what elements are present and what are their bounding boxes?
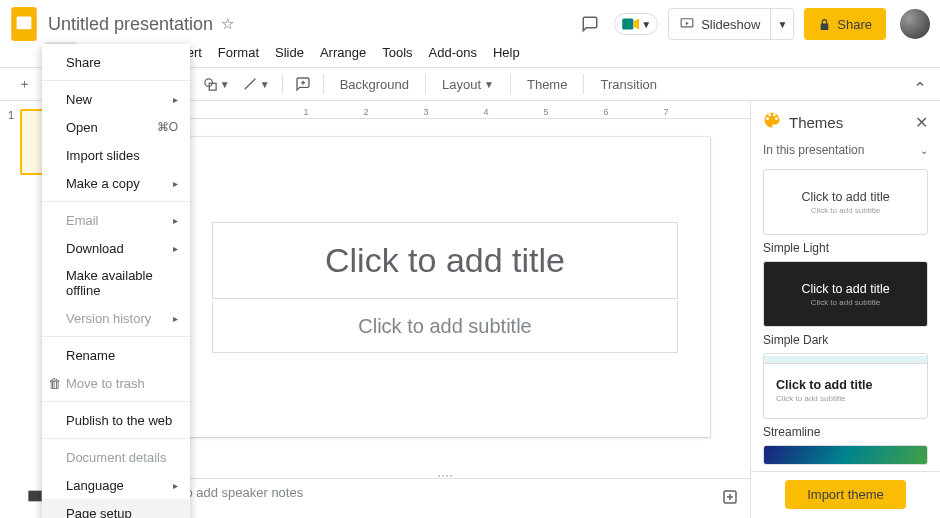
file-menu-item[interactable]: Language▸	[42, 471, 190, 499]
menu-item-label: Share	[66, 55, 101, 70]
menu-item-label: Version history	[66, 311, 151, 326]
transition-button[interactable]: Transition	[592, 72, 665, 96]
menu-item-label: Page setup	[66, 506, 132, 519]
shape-tool[interactable]: ▼	[199, 72, 234, 96]
menu-addons[interactable]: Add-ons	[423, 42, 483, 63]
theme-button[interactable]: Theme	[519, 72, 575, 96]
file-dropdown-menu: ShareNew▸Open⌘OImport slidesMake a copy▸…	[42, 44, 190, 518]
slide-subtitle-placeholder[interactable]: Click to add subtitle	[212, 301, 678, 353]
filmstrip-view-icon[interactable]	[27, 489, 43, 507]
menu-item-label: Download	[66, 241, 124, 256]
account-avatar[interactable]	[900, 9, 930, 39]
menu-item-label: Move to trash	[66, 376, 145, 391]
file-menu-item[interactable]: Open⌘O	[42, 113, 190, 141]
document-title[interactable]: Untitled presentation	[48, 14, 213, 35]
theme-card-simple-dark[interactable]: Click to add title Click to add subtitle	[763, 261, 928, 327]
theme-card-simple-light[interactable]: Click to add title Click to add subtitle	[763, 169, 928, 235]
svg-rect-9	[209, 83, 216, 90]
comments-icon[interactable]	[576, 10, 604, 38]
line-tool[interactable]: ▼	[238, 72, 274, 96]
slide-canvas[interactable]: Click to add title Click to add subtitle	[180, 137, 710, 437]
slide-title-placeholder[interactable]: Click to add title	[212, 222, 678, 299]
file-menu-item[interactable]: New▸	[42, 85, 190, 113]
slideshow-dropdown[interactable]: ▼	[770, 9, 793, 39]
chevron-right-icon: ▸	[173, 313, 178, 324]
file-menu-item[interactable]: Import slides	[42, 141, 190, 169]
svg-rect-10	[28, 491, 41, 502]
file-menu-item[interactable]: Make a copy▸	[42, 169, 190, 197]
menu-item-label: New	[66, 92, 92, 107]
file-menu-item[interactable]: Page setup	[42, 499, 190, 518]
trash-icon: 🗑	[46, 376, 62, 391]
close-icon[interactable]: ✕	[915, 113, 928, 132]
file-menu-item[interactable]: Publish to the web	[42, 406, 190, 434]
slides-app-icon[interactable]	[10, 6, 38, 42]
theme-name: Simple Light	[763, 241, 928, 255]
menu-item-label: Language	[66, 478, 124, 493]
file-menu-item: Version history▸	[42, 304, 190, 332]
theme-name: Simple Dark	[763, 333, 928, 347]
meet-button[interactable]: ▼	[614, 13, 658, 35]
themes-panel: Themes ✕ In this presentation ⌄ Click to…	[750, 101, 940, 518]
file-menu-item: 🗑Move to trash	[42, 369, 190, 397]
chevron-down-icon: ▼	[641, 19, 651, 30]
star-icon[interactable]: ☆	[221, 15, 234, 33]
file-menu-item[interactable]: Rename	[42, 341, 190, 369]
file-menu-item[interactable]: Download▸	[42, 234, 190, 262]
theme-name: Streamline	[763, 425, 928, 439]
chevron-right-icon: ▸	[173, 480, 178, 491]
theme-card-streamline[interactable]: Click to add title Click to add subtitle	[763, 353, 928, 419]
menu-item-label: Make available offline	[66, 268, 178, 298]
menu-tools[interactable]: Tools	[376, 42, 418, 63]
chevron-right-icon: ▸	[173, 94, 178, 105]
file-menu-item[interactable]: Share	[42, 48, 190, 76]
menu-item-label: Publish to the web	[66, 413, 172, 428]
theme-card-next[interactable]	[763, 445, 928, 465]
header: Untitled presentation ☆ ▼ Slideshow ▼ Sh…	[0, 0, 940, 42]
chevron-down-icon[interactable]: ⌄	[920, 145, 928, 156]
new-slide-button[interactable]: ＋	[12, 72, 36, 96]
svg-rect-1	[17, 17, 32, 30]
chevron-right-icon: ▸	[173, 178, 178, 189]
collapse-toolbar-icon[interactable]	[908, 72, 932, 96]
file-menu-item[interactable]: Make available offline	[42, 262, 190, 304]
horizontal-ruler: 1 1 2 3 4 5 6 7	[140, 101, 750, 119]
palette-icon	[763, 111, 781, 133]
menu-item-label: Rename	[66, 348, 115, 363]
slideshow-button[interactable]: Slideshow	[669, 9, 770, 39]
file-menu-item: Document details	[42, 443, 190, 471]
background-button[interactable]: Background	[332, 72, 417, 96]
menu-item-label: Open	[66, 120, 98, 135]
layout-button[interactable]: Layout▼	[434, 72, 502, 96]
menu-help[interactable]: Help	[487, 42, 526, 63]
chevron-right-icon: ▸	[173, 215, 178, 226]
chevron-right-icon: ▸	[173, 243, 178, 254]
menu-format[interactable]: Format	[212, 42, 265, 63]
menu-item-label: Document details	[66, 450, 166, 465]
menu-item-label: Email	[66, 213, 99, 228]
menu-item-label: Import slides	[66, 148, 140, 163]
menu-arrange[interactable]: Arrange	[314, 42, 372, 63]
comment-tool[interactable]	[291, 72, 315, 96]
explore-icon[interactable]	[721, 488, 739, 510]
share-label: Share	[837, 17, 872, 32]
themes-title: Themes	[789, 114, 843, 131]
slideshow-label: Slideshow	[701, 17, 760, 32]
share-button[interactable]: Share	[804, 8, 886, 40]
menu-slide[interactable]: Slide	[269, 42, 310, 63]
speaker-notes[interactable]: Click to add speaker notes	[140, 478, 710, 518]
file-menu-item: Email▸	[42, 206, 190, 234]
themes-subtitle: In this presentation	[763, 143, 864, 157]
svg-rect-2	[622, 18, 633, 29]
slide-number: 1	[8, 109, 16, 175]
menu-item-label: Make a copy	[66, 176, 140, 191]
